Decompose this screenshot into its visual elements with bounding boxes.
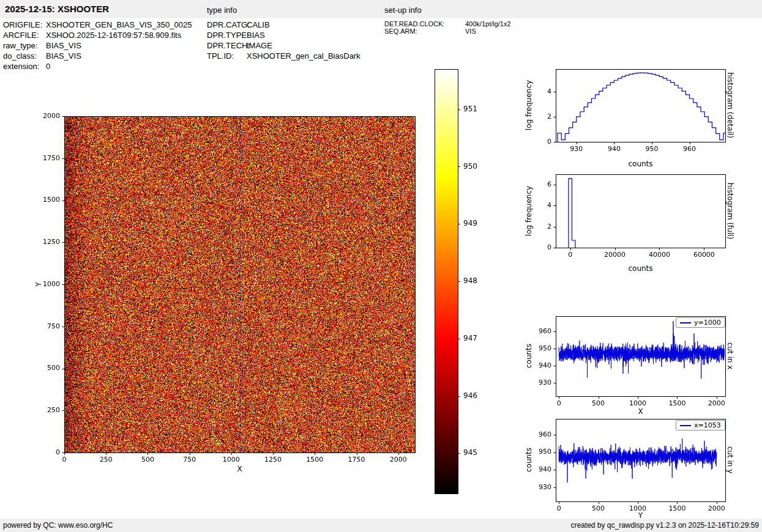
histogram-detail-plot <box>525 64 733 156</box>
hist-detail-side-label: histogram (detail) <box>726 72 734 138</box>
metadata-value: XSHOO.2025-12-16T09:57:58.909.fits <box>46 31 181 40</box>
metadata-value: XSHOOTER_GEN_BIAS_VIS_350_0025 <box>46 20 192 29</box>
cut-y-yaxis-label: counts <box>525 448 533 472</box>
metadata-label: do_class: <box>3 51 37 61</box>
main-yaxis-label: Y <box>34 282 43 286</box>
cut-x-yaxis-label: counts <box>525 344 533 368</box>
hist-detail-yaxis-label: log frequency <box>525 80 533 130</box>
metadata-value: BIAS_VIS <box>46 51 81 61</box>
type-info-heading: type info <box>207 6 237 15</box>
metadata-label: DET.READ.CLOCK: <box>384 20 444 28</box>
footer-credit-right: created by qc_rawdisp.py v1.2.3 on 2025-… <box>570 521 759 530</box>
metadata-value: 0 <box>46 62 50 71</box>
metadata-label: DPR.CATG: <box>207 20 250 29</box>
metadata-value: IMAGE <box>247 41 272 50</box>
metadata-label: extension: <box>3 62 39 71</box>
bias-image-plot <box>34 101 428 483</box>
metadata-label: raw_type: <box>3 41 37 50</box>
metadata-value: XSHOOTER_gen_cal_BiasDark <box>247 51 360 61</box>
metadata-label: ARCFILE: <box>3 31 39 40</box>
metadata-value: CALIB <box>247 20 270 29</box>
legend-line-icon <box>680 322 691 323</box>
cut-x-legend: y=1000 <box>676 317 725 328</box>
setup-info-heading: set-up info <box>384 6 422 15</box>
footer-credit-left: powered by QC: www.eso.org/HC <box>3 521 113 530</box>
metadata-value: BIAS <box>247 31 265 40</box>
page-title: 2025-12-15: XSHOOTER <box>5 4 109 14</box>
main-xaxis-label: X <box>64 465 415 473</box>
metadata-value: 400k/1pt/lg/1x2 <box>465 20 511 28</box>
legend-line-icon <box>680 425 691 426</box>
cut-x-xaxis-label: X <box>556 407 725 416</box>
cut-y-side-label: cut in y <box>726 446 734 474</box>
footer-bar: powered by QC: www.eso.org/HC created by… <box>0 519 762 532</box>
metadata-label: SEQ.ARM: <box>384 28 417 35</box>
cut-x-side-label: cut in x <box>726 342 734 370</box>
metadata-label: ORIGFILE: <box>3 20 42 29</box>
header-bar: 2025-12-15: XSHOOTER type info set-up in… <box>0 0 762 18</box>
cut-y-legend-label: x=1053 <box>694 421 721 429</box>
hist-full-xaxis-label: counts <box>556 264 725 273</box>
colorbar <box>431 66 490 500</box>
metadata-value: BIAS_VIS <box>46 41 81 50</box>
metadata-label: DPR.TECH: <box>207 41 250 50</box>
metadata-label: DPR.TYPE: <box>207 31 249 40</box>
hist-full-yaxis-label: log frequency <box>525 186 533 236</box>
hist-full-side-label: histogram (full) <box>726 183 734 240</box>
histogram-full-plot <box>525 169 733 261</box>
hist-detail-xaxis-label: counts <box>556 160 725 168</box>
cut-x-legend-label: y=1000 <box>694 319 721 327</box>
metadata-value: VIS <box>465 28 476 35</box>
metadata-label: TPL.ID: <box>207 51 234 61</box>
cut-y-legend: x=1053 <box>676 420 725 430</box>
